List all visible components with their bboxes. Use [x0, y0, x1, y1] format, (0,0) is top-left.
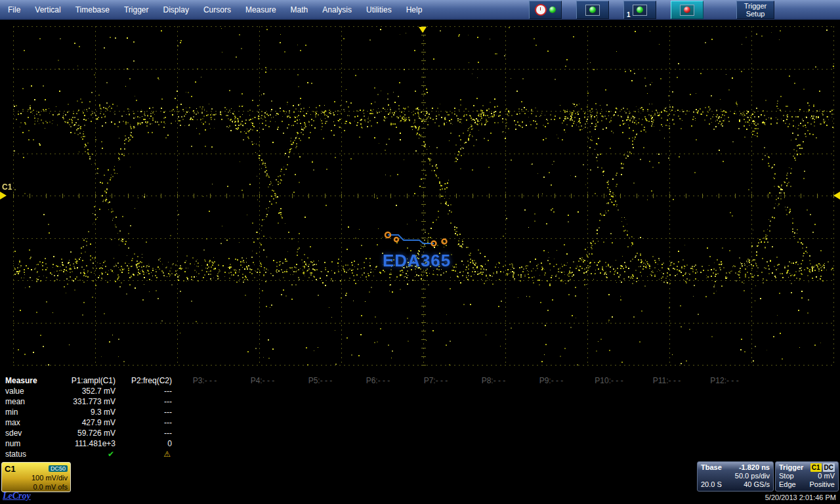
measure-col-header-p6[interactable]: P6:- - -	[349, 375, 407, 386]
green-led-icon	[637, 7, 643, 13]
toolbar: 1 Trigger Setup	[529, 1, 774, 19]
timestamp: 5/20/2013 2:01:46 PM	[765, 494, 836, 501]
trigger-slope: Positive	[809, 480, 835, 489]
toolbar-buttons: 1	[529, 1, 718, 19]
measure-col-header-p9[interactable]: P9:- - -	[522, 375, 580, 386]
single-trigger-button[interactable]: 1	[623, 1, 656, 19]
trigger-type: Edge	[779, 480, 796, 489]
menu-item-utilities[interactable]: Utilities	[362, 0, 396, 20]
measure-value-p1: 9.3 mV	[46, 407, 119, 417]
measure-value-p2: ---	[119, 417, 176, 428]
measure-row-label-num: num	[0, 438, 46, 449]
menu-item-display[interactable]: Display	[159, 0, 193, 20]
trigger-descriptor[interactable]: Trigger C1 DC Stop 0 mV Edge Positive	[775, 461, 839, 492]
clock-icon	[535, 4, 547, 16]
measure-value-p1: 331.773 mV	[46, 396, 119, 407]
measure-col-header-p8[interactable]: P8:- - -	[465, 375, 522, 386]
measure-col-header-p1[interactable]: P1:ampl(C1)	[46, 375, 119, 386]
menu: FileVerticalTimebaseTriggerDisplayCursor…	[0, 0, 432, 20]
watermark: EDA365	[383, 230, 474, 271]
menu-item-file[interactable]: File	[4, 0, 24, 20]
status-check-icon: ✔	[46, 449, 119, 459]
measure-value-p2: ---	[119, 407, 176, 417]
frame-icon	[585, 5, 600, 16]
channel-name: C1	[5, 464, 16, 474]
lecroy-logo: LeCroy	[3, 491, 31, 501]
menu-item-math[interactable]: Math	[287, 0, 312, 20]
status-warn-icon: ⚠	[119, 449, 176, 459]
channel-coupling-badge: DC50	[49, 465, 68, 472]
red-led-icon	[684, 7, 690, 13]
measure-row-label-status: status	[0, 449, 46, 459]
trigger-setup-button[interactable]: Trigger Setup	[736, 1, 774, 19]
measure-value-p2: 0	[119, 438, 176, 449]
measure-col-header-p3[interactable]: P3:- - -	[176, 375, 234, 386]
eye-diagram-canvas	[0, 20, 840, 374]
timebase-label: Tbase	[701, 463, 722, 472]
measure-col-header-p7[interactable]: P7:- - -	[407, 375, 465, 386]
measure-row-label-measure: Measure	[0, 375, 46, 386]
measure-value-p1: 352.7 mV	[46, 386, 119, 396]
measure-value-p2: ---	[119, 386, 176, 396]
measure-value-p2: ---	[119, 428, 176, 438]
button-number-label: 1	[627, 11, 631, 18]
menu-item-measure[interactable]: Measure	[242, 0, 280, 20]
measure-col-header-p5[interactable]: P5:- - -	[291, 375, 349, 386]
green-led-icon	[549, 7, 556, 13]
measure-col-header-p12[interactable]: P12:- - -	[696, 375, 753, 386]
circuit-trace-icon	[383, 230, 455, 249]
trigger-level: 0 mV	[818, 472, 835, 480]
channel-offset: 0.0 mV ofs	[5, 482, 68, 492]
channel-label: C1	[2, 182, 12, 192]
channel-c1-descriptor[interactable]: C1 DC50 100 mV/div 0.0 mV ofs	[1, 462, 71, 492]
menu-item-trigger[interactable]: Trigger	[120, 0, 153, 20]
measure-table: MeasurevaluemeanminmaxsdevnumstatusP1:am…	[0, 375, 840, 459]
measure-value-p1: 59.726 mV	[46, 428, 119, 438]
measure-col-header-p4[interactable]: P4:- - -	[234, 375, 291, 386]
measure-row-label-max: max	[0, 417, 46, 428]
waveform-area[interactable]: C1 EDA365	[0, 20, 840, 374]
timebase-descriptor[interactable]: Tbase -1.820 ns 50.0 ps/div 20.0 S 40 GS…	[697, 461, 774, 492]
channel-vdiv: 100 mV/div	[5, 473, 68, 482]
measure-col-header-p11[interactable]: P11:- - -	[638, 375, 696, 386]
measure-value-p1: 427.9 mV	[46, 417, 119, 428]
menu-item-timebase[interactable]: Timebase	[72, 0, 114, 20]
trigger-level-marker[interactable]	[833, 192, 840, 200]
trigger-position-marker[interactable]	[419, 27, 427, 33]
channel-offset-marker[interactable]	[0, 192, 7, 200]
menu-bar: FileVerticalTimebaseTriggerDisplayCursor…	[0, 0, 840, 20]
trigger-coupling-badge: DC	[823, 463, 835, 472]
measure-value-p1: 111.481e+3	[46, 438, 119, 449]
measure-row-label-min: min	[0, 407, 46, 417]
trigger-source-badge: C1	[810, 463, 822, 472]
frame-icon	[633, 5, 647, 16]
frame-icon	[680, 5, 694, 16]
trigger-setup-line1: Trigger	[744, 2, 766, 10]
measure-col-header-p10[interactable]: P10:- - -	[580, 375, 638, 386]
trigger-mode: Stop	[779, 472, 794, 480]
menu-item-vertical[interactable]: Vertical	[31, 0, 64, 20]
timebase-rate: 40 GS/s	[744, 480, 770, 489]
watermark-text: EDA365	[383, 251, 474, 271]
normal-trigger-button[interactable]	[576, 1, 609, 19]
stop-trigger-button[interactable]	[671, 1, 704, 19]
timebase-tdiv: 50.0 ps/div	[735, 472, 770, 480]
green-led-icon	[589, 7, 596, 13]
measure-col-header-p2[interactable]: P2:freq(C2)	[119, 375, 176, 386]
menu-item-cursors[interactable]: Cursors	[200, 0, 235, 20]
menu-item-analysis[interactable]: Analysis	[318, 0, 356, 20]
trigger-label: Trigger	[779, 463, 803, 472]
auto-trigger-button[interactable]	[529, 1, 562, 19]
measure-row-label-sdev: sdev	[0, 428, 46, 438]
measure-row-label-value: value	[0, 386, 46, 396]
trigger-setup-line2: Setup	[746, 10, 765, 18]
measure-row-label-mean: mean	[0, 396, 46, 407]
timebase-delay: -1.820 ns	[739, 463, 770, 472]
menu-item-help[interactable]: Help	[402, 0, 427, 20]
timebase-samples: 20.0 S	[701, 480, 722, 489]
measure-value-p2: ---	[119, 396, 176, 407]
